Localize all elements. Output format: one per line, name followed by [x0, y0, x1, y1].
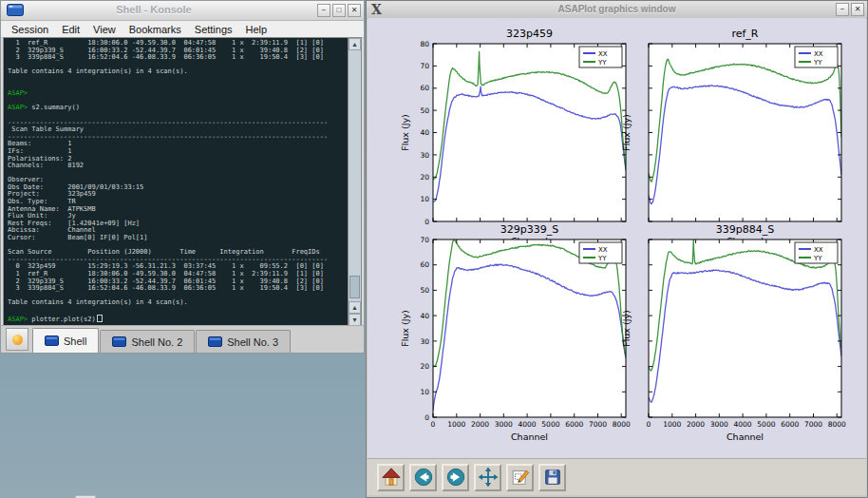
scroll-up-button[interactable]: ▲: [349, 38, 361, 50]
y-tick-label: 30: [420, 337, 429, 346]
legend-label: XX: [814, 246, 823, 254]
save-icon: [542, 467, 563, 488]
asaplot-window: X ASAPlot graphics window − ✕ 0102030405…: [366, 0, 868, 498]
konsole-titlebar[interactable]: Shell - Konsole − □ ✕: [1, 1, 364, 21]
y-tick-label: 0: [425, 413, 429, 422]
legend-label: YY: [813, 255, 822, 262]
konsole-tabbar: Shell Shell No. 2 Shell No. 3: [1, 325, 364, 353]
minimize-button[interactable]: −: [836, 3, 849, 16]
terminal-line: ASAP> plotter.plot(s2): [8, 315, 348, 324]
terminal-line: ASAP>: [8, 90, 348, 98]
legend-label: XX: [598, 246, 608, 254]
terminal-output[interactable]: 1 ref_R 18:30:06.0 -49.59.30.0 04:47:58 …: [4, 38, 348, 326]
plot-toolbar: [368, 458, 866, 495]
y-tick-label: 10: [420, 195, 429, 203]
toolbar-pan-button[interactable]: [474, 464, 501, 491]
y-tick-label: 30: [420, 151, 429, 160]
x-tick-label: 0: [431, 420, 436, 429]
konsole-window: Shell - Konsole − □ ✕ Session Edit View …: [0, 0, 365, 354]
x-tick-label: 0: [647, 420, 651, 429]
figure-canvas[interactable]: 01020304050607080323p459ChannelFlux (Jy)…: [368, 18, 866, 459]
y-axis-label: Flux (Jy): [621, 310, 632, 347]
maximize-button[interactable]: □: [332, 4, 346, 17]
y-axis-label: Flux (Jy): [400, 310, 410, 347]
minimize-button[interactable]: −: [317, 4, 330, 17]
terminal-line: [8, 84, 348, 91]
x-axis-label: Channel: [726, 431, 764, 442]
legend-label: YY: [597, 59, 607, 67]
terminal-scrollbar[interactable]: ▲ ▲ ▼: [348, 38, 361, 326]
forward-icon: [445, 467, 466, 488]
y-tick-label: 10: [420, 388, 429, 396]
chart-323p459: 01020304050607080323p459ChannelFlux (Jy)…: [400, 28, 626, 246]
y-tick-label: 40: [420, 312, 429, 320]
y-tick-label: 60: [420, 84, 429, 92]
menu-bookmarks[interactable]: Bookmarks: [123, 24, 188, 35]
y-tick-label: 0: [425, 218, 429, 226]
terminal-icon: [45, 335, 59, 346]
x-tick-label: 7000: [804, 420, 822, 429]
toolbar-save-button[interactable]: [538, 464, 566, 491]
chart-title: 329p339_S: [500, 223, 558, 236]
x-tick-label: 2000: [687, 420, 705, 429]
terminal-line: Cursor: Beam[0] IF[0] Pol[1]: [8, 235, 348, 242]
x-tick-label: 3000: [495, 420, 513, 429]
toolbar-home-button[interactable]: [377, 464, 405, 491]
close-button[interactable]: ✕: [348, 4, 361, 17]
y-tick-label: 50: [420, 106, 429, 115]
y-tick-label: 20: [420, 362, 429, 371]
y-tick-label: 50: [420, 286, 429, 295]
y-tick-label: 70: [420, 62, 429, 70]
axes-background: [649, 239, 841, 417]
legend-label: XX: [814, 50, 823, 58]
scroll-up-button-bottom[interactable]: ▲: [349, 301, 361, 314]
menu-settings[interactable]: Settings: [188, 24, 239, 35]
menu-help[interactable]: Help: [239, 24, 274, 35]
close-button[interactable]: ✕: [851, 3, 864, 16]
x-tick-label: 1000: [663, 420, 681, 429]
tab-label: Shell No. 2: [131, 336, 182, 348]
tab-shell-3[interactable]: Shell No. 3: [196, 330, 291, 353]
konsole-window-title: Shell - Konsole: [1, 4, 307, 15]
tab-label: Shell: [64, 335, 86, 347]
x-tick-label: 2000: [471, 420, 489, 429]
y-tick-label: 80: [420, 40, 429, 48]
x-tick-label: 4000: [519, 420, 537, 429]
axes-background: [433, 44, 626, 221]
figure-area[interactable]: 01020304050607080323p459ChannelFlux (Jy)…: [368, 18, 866, 459]
menu-session[interactable]: Session: [5, 24, 55, 35]
x-tick-label: 5000: [757, 420, 775, 429]
asaplot-window-controls: − ✕: [836, 3, 864, 16]
toolbar-zoom-rect-button[interactable]: [506, 464, 534, 491]
axes-background: [649, 44, 841, 221]
text-cursor: [97, 315, 103, 322]
menu-view[interactable]: View: [86, 24, 123, 35]
toolbar-forward-button[interactable]: [442, 464, 469, 491]
y-tick-label: 70: [420, 236, 429, 244]
y-tick-label: 40: [420, 128, 429, 137]
tab-shell-2[interactable]: Shell No. 2: [100, 330, 195, 353]
legend-label: XX: [598, 50, 608, 58]
legend-label: YY: [597, 255, 607, 262]
terminal-line: [8, 307, 348, 315]
y-tick-label: 60: [420, 260, 429, 269]
menu-edit[interactable]: Edit: [55, 24, 86, 35]
x-axis-label: Channel: [511, 431, 548, 442]
chart-ref_R: ref_RChannelFlux (Jy)XXYY: [621, 28, 841, 246]
asaplot-titlebar[interactable]: X ASAPlot graphics window − ✕: [367, 1, 867, 19]
chart-329p339_S: 0100020003000400050006000700080000102030…: [400, 223, 631, 442]
terminal-line: ASAP> s2.summary(): [8, 105, 348, 112]
x-tick-label: 4000: [734, 420, 752, 429]
chart-title: 323p459: [506, 28, 553, 40]
terminal-frame: 1 ref_R 18:30:06.0 -49.59.30.0 04:47:58 …: [3, 37, 362, 327]
toolbar-back-button[interactable]: [409, 464, 437, 491]
new-session-button[interactable]: [6, 328, 28, 351]
tab-label: Shell No. 3: [227, 336, 278, 348]
x-tick-label: 6000: [565, 420, 583, 429]
terminal-line: Table contains 4 integration(s) in 4 sca…: [8, 299, 348, 307]
new-session-icon: [12, 335, 23, 345]
scrollbar-thumb[interactable]: [349, 276, 360, 298]
terminal-icon: [112, 336, 126, 347]
tab-shell[interactable]: Shell: [32, 328, 99, 353]
x-tick-label: 8000: [828, 420, 846, 429]
